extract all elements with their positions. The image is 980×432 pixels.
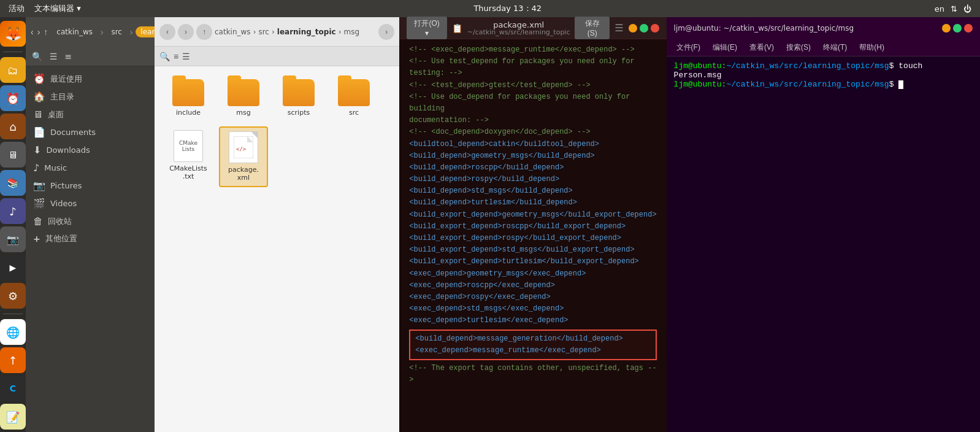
- language-indicator[interactable]: en: [935, 4, 944, 14]
- sidebar-item-desktop[interactable]: 🖥 桌面: [26, 106, 155, 123]
- dock-settings[interactable]: ⚙: [0, 283, 26, 309]
- breadcrumb-sep2: ›: [129, 26, 133, 38]
- scripts-label: scripts: [288, 109, 310, 117]
- terminal-menu-edit[interactable]: 编辑(E): [708, 41, 742, 54]
- editor-line: <build_export_depend>turtlesim</build_ex…: [409, 256, 656, 268]
- documents-icon: 📄: [33, 126, 45, 138]
- sidebar-item-recent[interactable]: ⏰ 最近使用: [26, 70, 155, 88]
- terminal-menu-view[interactable]: 查看(V): [745, 41, 779, 54]
- grid-more-button[interactable]: ›: [378, 24, 394, 40]
- terminal-command-2: $: [889, 80, 899, 89]
- grid-menu-btn[interactable]: ☰: [182, 52, 190, 61]
- file-icon-package-xml[interactable]: </> package.xml: [219, 126, 268, 187]
- include-label: include: [176, 109, 201, 117]
- dock-terminal[interactable]: ▶: [0, 255, 26, 280]
- grid-back-button[interactable]: ‹: [159, 24, 175, 40]
- file-grid-area: ‹ › ↑ catkin_ws › src › learning_topic ›…: [155, 17, 399, 432]
- power-icon[interactable]: ⏻: [963, 4, 971, 14]
- editor-line: <build_depend>geometry_msgs</build_depen…: [409, 150, 656, 162]
- file-toolbar: 🔍 ☰ ≡: [26, 47, 155, 66]
- breadcrumb-catkin-ws[interactable]: catkin_ws: [52, 26, 98, 37]
- clock: Thursday 13：42: [473, 3, 542, 14]
- search-toolbar-btn[interactable]: 🔍: [29, 50, 45, 63]
- editor-line: <exec_depend>roscpp</exec_depend>: [409, 280, 656, 291]
- terminal-maximize-button[interactable]: [953, 24, 962, 33]
- dock-clion[interactable]: C: [0, 376, 26, 401]
- activities-label[interactable]: 活动: [9, 3, 25, 14]
- dock-chromium[interactable]: 🌐: [0, 319, 26, 345]
- terminal-menu-terminal[interactable]: 终端(T): [818, 41, 852, 54]
- grid-search-btn[interactable]: 🔍: [159, 52, 170, 61]
- dock-desktop[interactable]: 🖥: [0, 142, 26, 168]
- nav-forward-button[interactable]: ›: [37, 24, 40, 40]
- sidebar-item-documents[interactable]: 📄 Documents: [26, 123, 155, 141]
- grid-breadcrumb-learning[interactable]: learning_topic: [277, 28, 336, 36]
- editor-minimize-button[interactable]: [629, 24, 637, 33]
- editor-open-button[interactable]: 打开(O) ▾: [407, 17, 447, 39]
- sidebar-item-desktop-label: 桌面: [48, 109, 64, 120]
- file-icon-src[interactable]: src: [329, 75, 378, 120]
- nav-back-button[interactable]: ‹: [31, 24, 34, 40]
- editor-line: <!-- <doc_depend>doxygen</doc_depend> --…: [409, 126, 656, 138]
- dock-books[interactable]: 📚: [0, 170, 26, 196]
- sidebar-item-other[interactable]: + 其他位置: [26, 230, 155, 247]
- terminal-menu-help[interactable]: 帮助(H): [854, 41, 889, 54]
- grid-breadcrumb-msg[interactable]: msg: [343, 28, 359, 36]
- grid-forward-button[interactable]: ›: [178, 24, 194, 40]
- dock-music[interactable]: ♪: [0, 198, 26, 224]
- dock-home[interactable]: ⌂: [0, 114, 26, 139]
- home-icon: 🏠: [33, 91, 45, 102]
- breadcrumb-src[interactable]: src: [106, 26, 127, 37]
- file-icon-include[interactable]: include: [164, 75, 213, 120]
- sidebar-item-music[interactable]: ♪ Music: [26, 159, 155, 177]
- nav-parent-button[interactable]: ↑: [44, 24, 48, 40]
- editor-line: documentation: -->: [409, 115, 656, 126]
- editor-menu-icon[interactable]: ☰: [614, 22, 623, 34]
- sidebar-item-downloads[interactable]: ⬇ Downloads: [26, 141, 155, 159]
- sidebar-item-trash[interactable]: 🗑 回收站: [26, 212, 155, 230]
- file-icon-cmake[interactable]: CMakeLists CMakeLists.txt: [164, 126, 213, 187]
- network-icon[interactable]: ⇅: [951, 4, 957, 14]
- list-view-btn[interactable]: ☰: [47, 50, 60, 63]
- dock-clock[interactable]: ⏰: [0, 85, 26, 111]
- dock-update[interactable]: ↑: [0, 347, 26, 373]
- file-icon-msg[interactable]: msg: [219, 75, 268, 120]
- sidebar-item-videos[interactable]: 🎬 Videos: [26, 195, 155, 212]
- src-label: src: [349, 109, 359, 117]
- terminal-minimize-button[interactable]: [942, 24, 951, 33]
- dock-separator: [3, 52, 23, 52]
- terminal-close-button[interactable]: [964, 24, 973, 33]
- more-options-btn[interactable]: ≡: [63, 50, 75, 63]
- editor-line: <build_depend>turtlesim</build_depend>: [409, 197, 656, 209]
- editor-maximize-button[interactable]: [640, 24, 648, 33]
- terminal-line-1: ljm@ubuntu:~/catkin_ws/src/learning_topi…: [674, 61, 973, 80]
- terminal-menu-file[interactable]: 文件(F): [672, 41, 705, 54]
- file-icon-scripts[interactable]: scripts: [274, 75, 323, 120]
- editor-line: <build_depend>rospy</build_depend>: [409, 174, 656, 185]
- terminal-menu-search[interactable]: 搜索(S): [781, 41, 816, 54]
- terminal-content-area[interactable]: ljm@ubuntu:~/catkin_ws/src/learning_topi…: [667, 56, 980, 432]
- editor-close-button[interactable]: [651, 24, 659, 33]
- editor-line: <buildtool_depend>catkin</buildtool_depe…: [409, 139, 656, 150]
- editor-line: <!-- <test_depend>gtest</test_depend> --…: [409, 80, 656, 91]
- cmake-file-icon: CMakeLists: [174, 130, 203, 162]
- sidebar-item-pictures[interactable]: 📷 Pictures: [26, 177, 155, 195]
- text-editor-menu[interactable]: 文本编辑器 ▾: [34, 3, 81, 14]
- text-editor-panel: 打开(O) ▾ 📋 package.xml ~/catkin_ws/src/le…: [399, 17, 666, 432]
- grid-breadcrumb-catkin[interactable]: catkin_ws: [215, 28, 251, 36]
- sidebar-item-documents-label: Documents: [50, 128, 96, 137]
- grid-view-btn[interactable]: ≡: [174, 52, 178, 61]
- dock-notepad[interactable]: 📝: [0, 404, 26, 430]
- editor-content-area[interactable]: <!-- <exec_depend>message_runtime</exec_…: [399, 39, 666, 432]
- dock-camera[interactable]: 📷: [0, 226, 26, 252]
- grid-parent-button[interactable]: ↑: [196, 24, 212, 40]
- grid-breadcrumb-src[interactable]: src: [258, 28, 269, 36]
- xml-file-icon: </>: [229, 131, 258, 163]
- dock-firefox[interactable]: 🦊: [0, 21, 26, 47]
- editor-save-button[interactable]: 保存(S): [575, 17, 610, 39]
- dock-files[interactable]: 🗂: [0, 57, 26, 83]
- pictures-icon: 📷: [33, 180, 45, 191]
- sidebar-item-home[interactable]: 🏠 主目录: [26, 88, 155, 106]
- file-manager-sidebar: ‹ › ↑ catkin_ws › src › learning_topic ›…: [26, 17, 155, 432]
- editor-titlebar: 打开(O) ▾ 📋 package.xml ~/catkin_ws/src/le…: [399, 17, 666, 39]
